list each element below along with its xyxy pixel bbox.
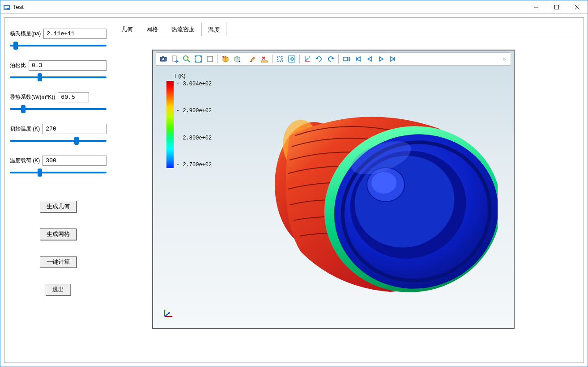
action-buttons: 生成几何 生成网格 一键计算 退出 [10, 201, 107, 295]
maximize-button[interactable] [546, 0, 567, 14]
param-label: 初始温度 (K) [10, 125, 40, 133]
window-title: Test [13, 4, 24, 10]
legend-tick: 2.900e+02 [176, 108, 212, 114]
content-frame: 杨氏模量(pa) 泊松比 导热系数(W/(m*K)) [4, 17, 584, 363]
app-icon [3, 4, 10, 11]
svg-marker-32 [164, 309, 166, 311]
svg-rect-17 [250, 61, 252, 62]
window-controls [526, 0, 588, 14]
param-initial-temp: 初始温度 (K) [10, 124, 107, 143]
svg-rect-18 [261, 61, 268, 62]
tab-bar: 几何 网格 热流密度 温度 [112, 22, 584, 36]
main-panel: 几何 网格 热流密度 温度 [112, 18, 584, 363]
svg-point-9 [162, 58, 165, 61]
thermal-cond-slider[interactable] [10, 108, 107, 110]
legend-title: T (K) [174, 73, 212, 79]
tab-geometry[interactable]: 几何 [115, 22, 140, 36]
temp-load-input[interactable] [43, 156, 107, 166]
svg-point-16 [222, 56, 224, 58]
generate-geometry-button[interactable]: 生成几何 [40, 201, 77, 212]
minimize-button[interactable] [526, 0, 546, 14]
view-area: z » T (K) [112, 36, 584, 363]
video-icon[interactable] [341, 54, 352, 64]
svg-point-43 [371, 172, 396, 194]
initial-temp-input[interactable] [43, 124, 107, 134]
render-canvas[interactable]: z » T (K) [152, 50, 515, 329]
svg-rect-5 [555, 5, 559, 9]
step-back-icon[interactable] [364, 54, 375, 64]
svg-line-24 [305, 58, 308, 61]
param-thermal-cond: 导热系数(W/(m*K)) [10, 92, 107, 111]
svg-rect-26 [343, 57, 348, 61]
poisson-ratio-input[interactable] [29, 60, 107, 71]
legend-tick: 2.800e+02 [176, 135, 212, 141]
step-forward-icon[interactable] [388, 54, 398, 64]
svg-text:z: z [309, 55, 310, 58]
generate-mesh-button[interactable]: 生成网格 [40, 228, 77, 240]
thermal-cond-input[interactable] [58, 92, 89, 102]
svg-rect-3 [4, 8, 7, 9]
pan-icon[interactable] [286, 54, 297, 64]
tab-heat-flux[interactable]: 热流密度 [165, 22, 201, 36]
cube-menu-icon[interactable] [232, 54, 243, 64]
svg-rect-1 [4, 6, 9, 7]
tab-mesh[interactable]: 网格 [140, 22, 165, 36]
cube-color-icon[interactable] [220, 54, 231, 64]
svg-rect-10 [162, 56, 164, 57]
one-click-calc-button[interactable]: 一键计算 [40, 256, 77, 268]
select-area-icon[interactable] [275, 54, 285, 64]
param-label: 杨氏模量(pa) [10, 30, 41, 38]
color-legend: T (K) 3.004e+02 2.900e+02 2.800e+02 2.70… [166, 73, 212, 168]
rotate-cw-icon[interactable] [314, 54, 324, 64]
export-icon[interactable] [170, 54, 180, 64]
svg-rect-15 [207, 56, 213, 62]
axis-triad-icon [161, 308, 174, 320]
x-ruler-icon[interactable] [259, 54, 270, 64]
app-window: Test 杨氏模量(pa) [0, 0, 588, 367]
svg-point-20 [279, 58, 281, 60]
param-youngs-modulus: 杨氏模量(pa) [10, 29, 107, 48]
canvas-toolbar: z » [156, 52, 511, 66]
close-button[interactable] [567, 0, 588, 14]
svg-rect-2 [4, 7, 9, 8]
param-poisson-ratio: 泊松比 [10, 60, 107, 80]
tab-temperature[interactable]: 温度 [201, 23, 226, 36]
model-render [247, 104, 498, 301]
brush-icon[interactable] [247, 54, 258, 64]
temp-load-slider[interactable] [10, 172, 107, 173]
legend-tick: 2.700e+02 [176, 162, 212, 168]
rotate-ccw-icon[interactable] [325, 54, 336, 64]
svg-rect-19 [277, 56, 283, 62]
exit-button[interactable]: 退出 [46, 284, 71, 295]
param-label: 泊松比 [10, 62, 26, 69]
youngs-modulus-slider[interactable] [10, 45, 107, 46]
box-icon[interactable] [205, 54, 215, 64]
titlebar: Test [0, 0, 588, 14]
initial-temp-slider[interactable] [10, 140, 107, 142]
param-temp-load: 温度载荷 (K) [10, 156, 107, 175]
legend-bar [166, 81, 174, 168]
lightning-zoom-icon[interactable] [181, 54, 192, 64]
svg-marker-33 [171, 316, 173, 317]
sidebar-panel: 杨氏模量(pa) 泊松比 导热系数(W/(m*K)) [4, 18, 112, 363]
legend-tick: 3.004e+02 [176, 81, 212, 87]
param-label: 温度载荷 (K) [10, 157, 40, 165]
skip-back-icon[interactable] [353, 54, 363, 64]
svg-line-13 [187, 60, 190, 62]
camera-icon[interactable] [158, 54, 169, 64]
fit-box-icon[interactable] [193, 54, 204, 64]
play-icon[interactable] [376, 54, 387, 64]
svg-rect-11 [172, 56, 176, 61]
poisson-ratio-slider[interactable] [10, 76, 107, 78]
toolbar-more-icon[interactable]: » [500, 54, 509, 64]
param-label: 导热系数(W/(m*K)) [10, 93, 55, 101]
legend-ticks: 3.004e+02 2.900e+02 2.800e+02 2.700e+02 [176, 81, 212, 168]
youngs-modulus-input[interactable] [43, 29, 107, 39]
axes-icon[interactable]: z [302, 54, 313, 64]
